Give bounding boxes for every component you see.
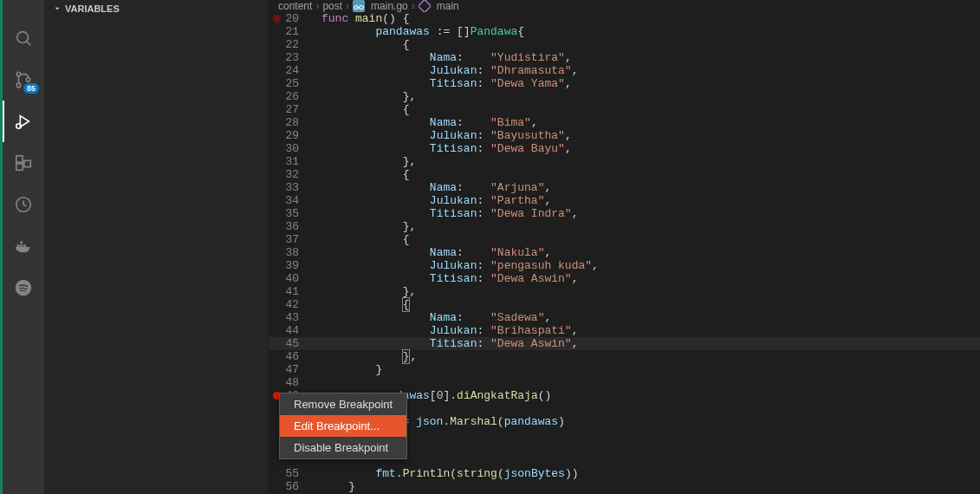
code-content[interactable]: Nama: "Bima", (311, 116, 538, 129)
code-line[interactable]: 23 Nama: "Yudistira", (269, 51, 980, 64)
line-number[interactable]: 25 (269, 77, 311, 90)
code-line[interactable]: 41 }, (269, 285, 980, 298)
code-content[interactable]: { (311, 38, 409, 51)
code-line[interactable]: 47 } (269, 363, 980, 376)
line-number[interactable]: 46 (269, 350, 311, 363)
line-number[interactable]: 33 (269, 181, 311, 194)
code-line[interactable]: 20func main() { (269, 12, 980, 25)
code-content[interactable]: func main() { (311, 12, 409, 25)
code-line[interactable]: 36 }, (269, 220, 980, 233)
code-line[interactable]: 31 }, (269, 155, 980, 168)
code-content[interactable]: } (311, 363, 382, 376)
line-number[interactable]: 39 (269, 259, 311, 272)
breadcrumb-folder[interactable]: content (278, 0, 312, 12)
line-number[interactable]: 28 (269, 116, 311, 129)
code-content[interactable]: { (311, 103, 409, 116)
code-content[interactable]: Julukan: "Bayusutha", (311, 129, 572, 142)
code-content[interactable]: Nama: "Sadewa", (311, 311, 551, 324)
breadcrumb-symbol[interactable]: main (437, 0, 459, 12)
line-number[interactable]: 47 (269, 363, 311, 376)
ctx-disable-breakpoint[interactable]: Disable Breakpoint (280, 437, 406, 458)
code-content[interactable]: }, (311, 220, 416, 233)
code-line[interactable]: 27 { (269, 103, 980, 116)
code-content[interactable]: Nama: "Arjuna", (311, 181, 551, 194)
code-content[interactable]: }, (311, 90, 416, 103)
code-line[interactable]: 25 Titisan: "Dewa Yama", (269, 77, 980, 90)
source-control-icon[interactable]: 85 (3, 59, 44, 101)
code-content[interactable]: { (311, 298, 410, 311)
code-line[interactable]: 45 Titisan: "Dewa Aswin", (269, 337, 980, 350)
line-number[interactable]: 44 (269, 324, 311, 337)
breadcrumb[interactable]: content › post › GO main.go › main (269, 0, 980, 12)
line-number[interactable]: 30 (269, 142, 311, 155)
line-number[interactable]: 48 (269, 376, 311, 389)
line-number[interactable]: 40 (269, 272, 311, 285)
line-number[interactable]: 45 (269, 337, 311, 350)
code-line[interactable]: 46 }, (269, 350, 980, 363)
line-number[interactable]: 26 (269, 90, 311, 103)
code-line[interactable]: 32 { (269, 168, 980, 181)
code-line[interactable]: 26 }, (269, 90, 980, 103)
search-icon[interactable] (3, 17, 44, 59)
line-number[interactable]: 27 (269, 103, 311, 116)
code-line[interactable]: 22 { (269, 38, 980, 51)
code-line[interactable]: 40 Titisan: "Dewa Aswin", (269, 272, 980, 285)
docker-icon[interactable] (3, 225, 44, 267)
code-content[interactable]: pandawas := []Pandawa{ (311, 25, 524, 38)
code-line[interactable]: 39 Julukan: "pengasuh kuda", (269, 259, 980, 272)
code-content[interactable]: } (311, 480, 355, 493)
line-number[interactable]: 41 (269, 285, 311, 298)
code-line[interactable]: 44 Julukan: "Brihaspati", (269, 324, 980, 337)
ctx-edit-breakpoint[interactable]: Edit Breakpoint... (280, 415, 406, 437)
code-line[interactable]: 30 Titisan: "Dewa Bayu", (269, 142, 980, 155)
code-content[interactable]: Titisan: "Dewa Indra", (311, 207, 578, 220)
code-line[interactable]: 21 pandawas := []Pandawa{ (269, 25, 980, 38)
line-number[interactable]: 38 (269, 246, 311, 259)
code-line[interactable]: 37 { (269, 233, 980, 246)
breakpoint-icon[interactable] (273, 15, 281, 23)
ctx-remove-breakpoint[interactable]: Remove Breakpoint (280, 393, 406, 415)
line-number[interactable]: 24 (269, 64, 311, 77)
code-content[interactable]: Titisan: "Dewa Yama", (311, 77, 572, 90)
code-line[interactable]: 35 Titisan: "Dewa Indra", (269, 207, 980, 220)
line-number[interactable]: 32 (269, 168, 311, 181)
line-number[interactable]: 23 (269, 51, 311, 64)
line-number[interactable]: 29 (269, 129, 311, 142)
code-content[interactable]: Titisan: "Dewa Aswin", (311, 272, 578, 285)
line-number[interactable]: 42 (269, 298, 311, 311)
breadcrumb-folder[interactable]: post (322, 0, 342, 12)
code-content[interactable]: }, (311, 155, 416, 168)
line-number[interactable]: 31 (269, 155, 311, 168)
code-line[interactable]: 34 Julukan: "Partha", (269, 194, 980, 207)
code-content[interactable]: fmt.Println(string(jsonBytes)) (311, 467, 579, 480)
code-content[interactable]: Julukan: "Partha", (311, 194, 551, 207)
line-number[interactable]: 34 (269, 194, 311, 207)
code-content[interactable]: Julukan: "Brihaspati", (311, 324, 578, 337)
code-content[interactable]: { (311, 233, 409, 246)
code-content[interactable]: Nama: "Yudistira", (311, 51, 572, 64)
code-content[interactable]: }, (311, 350, 417, 363)
code-line[interactable]: 42 { (269, 298, 980, 311)
code-content[interactable]: Titisan: "Dewa Bayu", (311, 142, 572, 155)
code-content[interactable] (311, 376, 321, 389)
code-line[interactable]: 33 Nama: "Arjuna", (269, 181, 980, 194)
code-line[interactable]: 55 fmt.Println(string(jsonBytes)) (269, 467, 980, 480)
line-number[interactable]: 55 (269, 467, 311, 480)
variables-section-header[interactable]: VARIABLES (44, 0, 269, 17)
line-number[interactable]: 21 (269, 25, 311, 38)
line-number[interactable]: 43 (269, 311, 311, 324)
breadcrumb-file[interactable]: main.go (371, 0, 408, 12)
line-number[interactable]: 20 (269, 12, 311, 25)
code-content[interactable]: Julukan: "Dhramasuta", (311, 64, 578, 77)
code-content[interactable]: { (311, 168, 409, 181)
code-content[interactable]: }, (311, 285, 416, 298)
line-number[interactable]: 56 (269, 480, 311, 493)
extensions-icon[interactable] (3, 142, 44, 184)
timeline-icon[interactable] (3, 184, 44, 225)
code-line[interactable]: 43 Nama: "Sadewa", (269, 311, 980, 324)
code-line[interactable]: 48 (269, 376, 980, 389)
code-line[interactable]: 28 Nama: "Bima", (269, 116, 980, 129)
code-content[interactable]: Julukan: "pengasuh kuda", (311, 259, 599, 272)
code-line[interactable]: 56 } (269, 480, 980, 493)
line-number[interactable]: 35 (269, 207, 311, 220)
